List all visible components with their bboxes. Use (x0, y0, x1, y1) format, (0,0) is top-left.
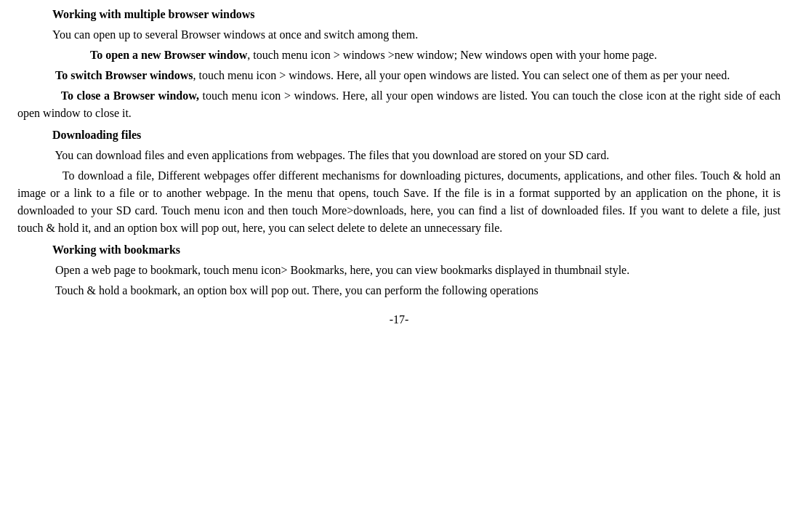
heading-downloading-files: Downloading files (52, 126, 781, 144)
bold-new-browser-window: To open a new Browser window (90, 49, 247, 61)
para-open-windows: You can open up to several Browser windo… (52, 26, 781, 44)
para-download-detail: To download a file, Different webpages o… (17, 167, 781, 237)
bold-close-browser: To close a Browser window, (61, 89, 199, 102)
para-bookmarks-intro: Open a web page to bookmark, touch menu … (17, 262, 781, 279)
para2-text: , touch menu icon > windows >new window;… (247, 49, 657, 61)
heading-downloading-text: Downloading files (52, 129, 141, 141)
para-close-browser: To close a Browser window, touch menu ic… (17, 87, 781, 122)
para-switch-browser: To switch Browser windows, touch menu ic… (17, 67, 781, 84)
para8-text: Touch & hold a bookmark, an option box w… (55, 284, 539, 297)
para-download-intro: You can download files and even applicat… (17, 147, 781, 164)
bold-switch-browser: To switch Browser windows (55, 69, 193, 81)
page-content: Working with multiple browser windows Yo… (17, 6, 781, 329)
heading-bookmarks-text: Working with bookmarks (52, 243, 180, 256)
page-number: -17- (17, 311, 781, 329)
para7-text: Open a web page to bookmark, touch menu … (55, 264, 629, 276)
para1-text: You can open up to several Browser windo… (52, 28, 418, 41)
page-number-text: -17- (390, 313, 409, 326)
para6-text: To download a file, Different webpages o… (17, 169, 781, 234)
para3-text: , touch menu icon > windows. Here, all y… (193, 69, 730, 81)
heading-multiple-windows-text: Working with multiple browser windows (52, 8, 255, 20)
para5-text: You can download files and even applicat… (55, 149, 609, 161)
heading-multiple-windows: Working with multiple browser windows (52, 6, 781, 23)
para-new-browser-window: To open a new Browser window, touch menu… (17, 47, 781, 64)
heading-bookmarks: Working with bookmarks (52, 241, 781, 259)
para-bookmarks-hold: Touch & hold a bookmark, an option box w… (17, 282, 781, 299)
